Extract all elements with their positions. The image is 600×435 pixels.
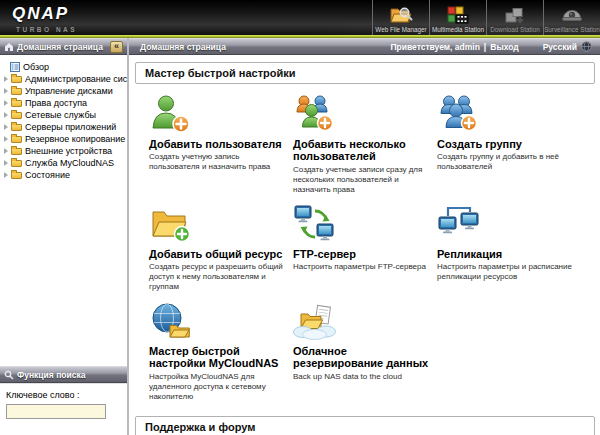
wizard-item-desc: Настроить параметры FTP-сервера bbox=[293, 262, 429, 272]
expand-arrow-icon[interactable] bbox=[2, 100, 10, 106]
wizard-item-mycloudnas-wizard[interactable]: Мастер быстрой настройки MyCloudNAS Наст… bbox=[149, 301, 285, 402]
wizard-item-title: Репликация bbox=[437, 248, 573, 260]
wizard-item-desc: Back up NAS data to the cloud bbox=[293, 372, 429, 382]
wizard-item-desc: Создать ресурс и разрешить общий доступ … bbox=[149, 262, 285, 292]
sidebar-item-access-rights[interactable]: Права доступа bbox=[2, 97, 125, 109]
main-header: Домашняя страница Приветствуем, admin | … bbox=[129, 38, 600, 55]
logout-link[interactable]: Выход bbox=[490, 42, 518, 52]
search-panel-title: Функция поиска bbox=[17, 370, 85, 380]
wizard-item-title: Добавить пользователя bbox=[149, 138, 285, 150]
folder-icon bbox=[11, 76, 22, 83]
wizard-item-title: FTP-сервер bbox=[293, 248, 429, 260]
wizard-item-create-group[interactable]: Создать группу Создать группу и добавить… bbox=[437, 94, 573, 195]
folder-icon bbox=[11, 172, 22, 179]
page-title: Домашняя страница bbox=[140, 42, 226, 52]
overview-icon bbox=[10, 62, 20, 72]
launcher-multimedia-station[interactable]: Multimedia Station bbox=[429, 0, 486, 35]
qnap-logo: QNAP bbox=[12, 4, 170, 24]
folder-icon bbox=[11, 88, 22, 95]
folder-icon bbox=[11, 148, 22, 155]
wizard-section-title: Мастер быстрой настройки bbox=[135, 62, 595, 84]
sidebar-item-system-administration[interactable]: Администрирование системы bbox=[2, 73, 125, 85]
sidebar-title: Домашняя страница bbox=[17, 42, 103, 52]
keyword-input[interactable] bbox=[6, 404, 106, 419]
add-share-icon bbox=[149, 204, 193, 244]
wizard-item-add-user[interactable]: Добавить пользователя Создать учетную за… bbox=[149, 94, 285, 195]
language-selector[interactable]: Русский bbox=[543, 41, 592, 52]
wizard-item-title: Мастер быстрой настройки MyCloudNAS bbox=[149, 345, 285, 370]
launcher-label: Surveillance Station bbox=[544, 26, 600, 33]
folder-icon bbox=[11, 100, 22, 107]
navigation-tree: Обзор Администрирование системы Управлен… bbox=[0, 55, 127, 366]
support-section-title: Поддержка и форум bbox=[136, 417, 594, 435]
launcher-download-station[interactable]: Download Station bbox=[486, 0, 543, 35]
sidebar-header: Домашняя страница « bbox=[0, 38, 127, 55]
main-panel: Домашняя страница Приветствуем, admin | … bbox=[129, 38, 600, 435]
sidebar-item-external-devices[interactable]: Внешние устройства bbox=[2, 145, 125, 157]
search-icon bbox=[4, 370, 14, 380]
top-banner: QNAP TURBO NAS Web File Manager bbox=[0, 0, 600, 35]
wizard-item-title: Добавить общий ресурс bbox=[149, 248, 285, 260]
replication-icon bbox=[437, 204, 481, 244]
cloud-backup-icon bbox=[293, 301, 337, 341]
wizard-item-title: Создать группу bbox=[437, 138, 573, 150]
folder-icon bbox=[11, 112, 22, 119]
language-label: Русский bbox=[543, 42, 577, 52]
expand-arrow-icon[interactable] bbox=[2, 160, 10, 166]
globe-icon bbox=[581, 41, 592, 52]
mycloudnas-wizard-icon bbox=[149, 301, 193, 341]
sidebar-item-network-services[interactable]: Сетевые службы bbox=[2, 109, 125, 121]
wizard-item-add-multiple-users[interactable]: Добавить несколько пользователей Создать… bbox=[293, 94, 429, 195]
wizard-item-desc: Настройка MyCloudNAS для удаленного дост… bbox=[149, 372, 285, 402]
add-multiple-users-icon bbox=[293, 94, 337, 134]
sidebar-item-disk-management[interactable]: Управление дисками bbox=[2, 85, 125, 97]
surveillance-station-icon bbox=[560, 5, 584, 25]
folder-icon bbox=[11, 136, 22, 143]
launcher-label: Web File Manager bbox=[375, 26, 426, 33]
wizard-item-add-share[interactable]: Добавить общий ресурс Создать ресурс и р… bbox=[149, 204, 285, 292]
header-user-area: Приветствуем, admin | Выход Русский bbox=[390, 41, 592, 52]
expand-arrow-icon[interactable] bbox=[2, 76, 10, 82]
launcher-web-file-manager[interactable]: Web File Manager bbox=[372, 0, 429, 35]
wizard-item-desc: Настроить параметры и расписание реплика… bbox=[437, 262, 573, 282]
ftp-server-icon bbox=[293, 204, 337, 244]
sidebar-item-mycloudnas-service[interactable]: Служба MyCloudNAS bbox=[2, 157, 125, 169]
wizard-grid: Добавить пользователя Создать учетную за… bbox=[135, 84, 595, 414]
sidebar-item-overview[interactable]: Обзор bbox=[2, 61, 125, 73]
expand-arrow-icon[interactable] bbox=[2, 136, 10, 142]
launcher-label: Multimedia Station bbox=[432, 26, 484, 33]
wizard-item-desc: Создать учетные записи сразу для несколь… bbox=[293, 165, 429, 195]
sidebar-item-backup[interactable]: Резервное копирование bbox=[2, 133, 125, 145]
brand-block: QNAP TURBO NAS bbox=[0, 0, 170, 35]
keyword-label: Ключевое слово : bbox=[6, 390, 79, 400]
add-user-icon bbox=[149, 94, 193, 134]
wizard-item-title: Добавить несколько пользователей bbox=[293, 138, 429, 163]
app-launchers: Web File Manager Multimedia Station bbox=[372, 0, 600, 35]
download-station-icon bbox=[503, 5, 527, 25]
expand-arrow-icon[interactable] bbox=[2, 88, 10, 94]
main-content: Мастер быстрой настройки Добавить пользо… bbox=[129, 55, 600, 435]
collapse-sidebar-button[interactable]: « bbox=[110, 41, 123, 53]
sidebar: Домашняя страница « Обзор Администри bbox=[0, 38, 129, 435]
qnap-home-page: QNAP TURBO NAS Web File Manager bbox=[0, 0, 600, 435]
sidebar-item-application-servers[interactable]: Серверы приложений bbox=[2, 121, 125, 133]
launcher-surveillance-station[interactable]: Surveillance Station bbox=[543, 0, 600, 35]
search-panel-header: Функция поиска bbox=[0, 366, 127, 383]
wizard-item-title: Облачное резервирование данных bbox=[293, 345, 429, 370]
search-panel-body: Ключевое слово : bbox=[0, 383, 127, 435]
home-icon bbox=[4, 42, 14, 52]
wizard-item-desc: Создать группу и добавить в неё пользова… bbox=[437, 152, 573, 172]
create-group-icon bbox=[437, 94, 481, 134]
support-section: Поддержка и форум bbox=[135, 416, 595, 435]
expand-arrow-icon[interactable] bbox=[2, 112, 10, 118]
sidebar-item-status[interactable]: Состояние bbox=[2, 169, 125, 181]
expand-arrow-icon[interactable] bbox=[2, 124, 10, 130]
turbo-nas-tagline: TURBO NAS bbox=[16, 26, 170, 33]
folder-icon bbox=[11, 124, 22, 131]
wizard-item-replication[interactable]: Репликация Настроить параметры и расписа… bbox=[437, 204, 573, 292]
launcher-label: Download Station bbox=[490, 26, 539, 33]
wizard-item-cloud-backup[interactable]: Облачное резервирование данных Back up N… bbox=[293, 301, 429, 402]
wizard-item-ftp-server[interactable]: FTP-сервер Настроить параметры FTP-серве… bbox=[293, 204, 429, 292]
expand-arrow-icon[interactable] bbox=[2, 148, 10, 154]
expand-arrow-icon[interactable] bbox=[2, 172, 10, 178]
